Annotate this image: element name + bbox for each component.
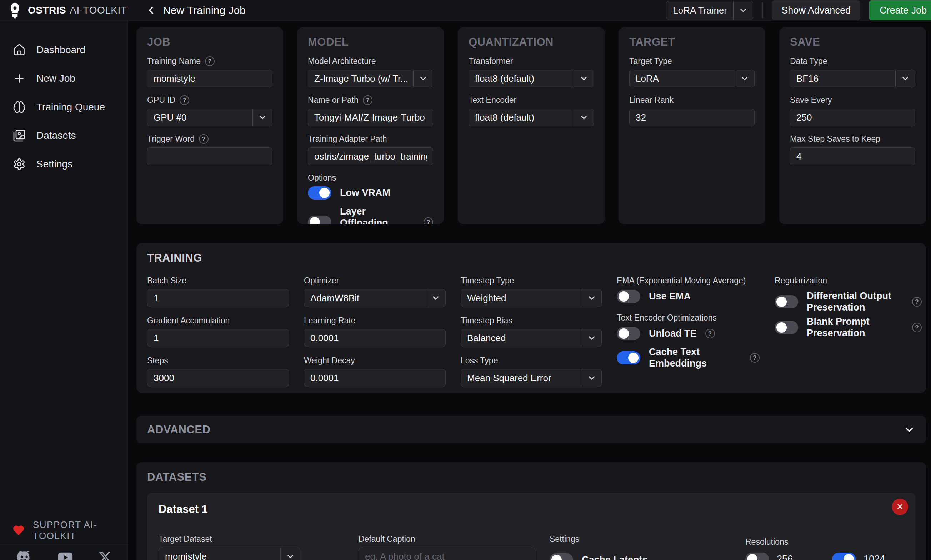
learning-rate-field: Learning Rate [304, 316, 446, 347]
help-icon[interactable]: ? [180, 95, 189, 105]
datasets-title: DATASETS [147, 471, 915, 484]
text-encoder-field: Text Encoder float8 (default) [469, 95, 594, 126]
max-step-saves-input[interactable] [790, 148, 915, 165]
text-encoder-label: Text Encoder [469, 95, 516, 105]
save-every-input[interactable] [790, 109, 915, 126]
create-job-button[interactable]: Create Job [869, 0, 931, 20]
sidebar-item-label: Datasets [36, 130, 76, 142]
chevron-down-icon [733, 1, 753, 20]
close-icon: ✕ [896, 502, 903, 512]
sidebar-item-settings[interactable]: Settings [0, 150, 128, 178]
dataset-settings-group: Settings Cache Latents [550, 534, 667, 560]
save-every-field: Save Every [790, 95, 915, 126]
help-icon[interactable]: ? [912, 297, 922, 306]
cache-latents-row: Cache Latents [550, 553, 667, 560]
gradient-accumulation-field: Gradient Accumulation [147, 316, 289, 347]
resolution-256-item: 256 [745, 552, 793, 560]
x-icon[interactable] [98, 550, 112, 560]
help-icon[interactable]: ? [363, 95, 373, 105]
resolution-1024-toggle[interactable] [832, 552, 855, 560]
advanced-section-header[interactable]: ADVANCED [136, 416, 926, 443]
batch-size-input[interactable] [147, 289, 289, 307]
name-or-path-input[interactable] [308, 109, 433, 126]
sidebar-item-label: Dashboard [36, 44, 85, 56]
resolution-256-toggle[interactable] [745, 552, 769, 560]
weight-decay-field: Weight Decay [304, 356, 446, 387]
gradient-accumulation-label: Gradient Accumulation [147, 316, 230, 326]
unload-te-toggle[interactable] [617, 327, 640, 340]
cache-latents-toggle[interactable] [550, 553, 573, 560]
brand[interactable]: OSTRISAI-TOOLKIT [0, 2, 128, 19]
weight-decay-input[interactable] [304, 369, 446, 387]
resolutions-label: Resolutions [745, 537, 788, 547]
blank-prompt-preservation-label: Blank Prompt Preservation [807, 316, 896, 339]
sidebar: Dashboard New Job Training Queue Dataset… [0, 0, 128, 560]
sidebar-item-datasets[interactable]: Datasets [0, 122, 128, 150]
optimizer-select[interactable]: AdamW8Bit [304, 289, 446, 307]
transformer-field: Transformer float8 (default) [469, 56, 594, 88]
sidebar-item-training-queue[interactable]: Training Queue [0, 93, 128, 122]
cache-text-embeddings-toggle[interactable] [617, 351, 640, 365]
optimizer-field: Optimizer AdamW8Bit [304, 276, 446, 307]
timestep-type-select[interactable]: Weighted [461, 289, 602, 307]
show-advanced-button[interactable]: Show Advanced [772, 0, 860, 20]
trigger-word-input[interactable] [147, 148, 273, 165]
data-type-select[interactable]: BF16 [790, 69, 915, 88]
blank-prompt-preservation-row: Blank Prompt Preservation ? [775, 316, 922, 339]
diff-output-preservation-toggle[interactable] [775, 295, 798, 308]
brand-suffix: AI-TOOLKIT [69, 5, 127, 16]
default-caption-input[interactable] [359, 548, 535, 560]
steps-input[interactable] [147, 369, 289, 387]
sidebar-item-label: New Job [36, 73, 76, 84]
use-ema-toggle[interactable] [617, 290, 640, 303]
text-encoder-value: float8 (default) [469, 112, 574, 123]
gradient-accumulation-input[interactable] [147, 329, 289, 347]
unload-te-row: Unload TE ? [617, 327, 760, 340]
timestep-bias-select[interactable]: Balanced [461, 329, 602, 347]
sidebar-item-new-job[interactable]: New Job [0, 64, 128, 93]
training-name-field: Training Name ? [147, 56, 273, 88]
help-icon[interactable]: ? [750, 353, 760, 363]
max-step-saves-label: Max Step Saves to Keep [790, 134, 880, 144]
model-architecture-select[interactable]: Z-Image Turbo (w/ Tr... [308, 69, 433, 88]
gpu-id-select[interactable]: GPU #0 [147, 109, 273, 126]
trainer-type-select[interactable]: LoRA Trainer [666, 1, 753, 20]
help-icon[interactable]: ? [424, 217, 433, 224]
linear-rank-input[interactable] [629, 109, 755, 126]
blank-prompt-preservation-toggle[interactable] [775, 321, 798, 334]
target-panel-title: TARGET [629, 36, 755, 49]
target-dataset-label: Target Dataset [159, 534, 212, 544]
loss-type-select[interactable]: Mean Squared Error [461, 369, 602, 387]
chevron-down-icon [281, 548, 300, 560]
data-type-value: BF16 [790, 73, 895, 84]
target-type-select[interactable]: LoRA [629, 69, 755, 88]
chevron-down-icon [735, 70, 754, 87]
learning-rate-input[interactable] [304, 329, 446, 347]
adapter-path-input[interactable] [308, 148, 433, 165]
help-icon[interactable]: ? [705, 329, 715, 338]
brand-name: OSTRIS [28, 5, 66, 16]
chevron-down-icon [574, 109, 593, 126]
layer-offloading-toggle[interactable] [308, 215, 331, 224]
low-vram-toggle[interactable] [308, 186, 331, 200]
support-ai-toolkit-link[interactable]: SUPPORT AI-TOOLKIT [12, 519, 128, 542]
youtube-icon[interactable] [57, 550, 74, 560]
datasets-panel: DATASETS Dataset 1 ✕ Target Dataset momi… [136, 462, 926, 560]
low-vram-row: Low VRAM [308, 186, 433, 200]
help-icon[interactable]: ? [199, 134, 208, 144]
discord-icon[interactable] [16, 550, 33, 560]
help-icon[interactable]: ? [205, 56, 214, 66]
model-panel: MODEL Model Architecture Z-Image Turbo (… [297, 27, 444, 224]
target-dataset-field: Target Dataset momistyle [159, 534, 301, 560]
sidebar-item-dashboard[interactable]: Dashboard [0, 36, 128, 64]
diff-output-preservation-label: Differential Output Preservation [807, 291, 896, 313]
text-encoder-select[interactable]: float8 (default) [469, 109, 594, 126]
target-dataset-select[interactable]: momistyle [159, 548, 301, 560]
back-button[interactable] [145, 4, 157, 17]
model-architecture-label: Model Architecture [308, 56, 376, 66]
remove-dataset-button[interactable]: ✕ [892, 498, 908, 515]
learning-rate-label: Learning Rate [304, 316, 356, 326]
training-name-input[interactable] [147, 69, 273, 88]
help-icon[interactable]: ? [912, 323, 922, 332]
transformer-select[interactable]: float8 (default) [469, 69, 594, 88]
